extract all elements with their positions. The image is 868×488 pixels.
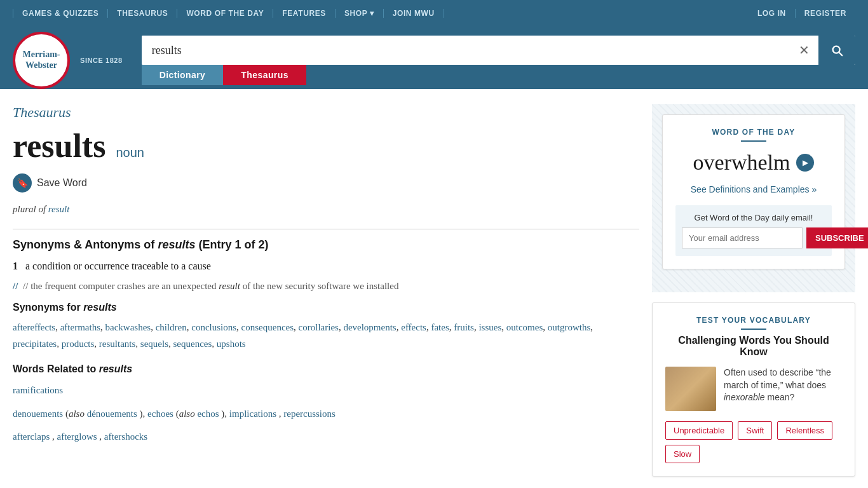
related-echos[interactable]: echos — [197, 409, 219, 419]
word-header: results noun — [13, 127, 639, 165]
top-navigation: GAMES & QUIZZES THESAURUS WORD OF THE DA… — [13, 9, 444, 18]
synonym-fruits[interactable]: fruits — [454, 322, 474, 332]
vocab-options: UnpredictableSwiftRelentlessSlow — [665, 421, 842, 463]
content-area: Thesaurus results noun 🔖 Save Word plura… — [13, 104, 639, 477]
nav-word-of-the-day[interactable]: WORD OF THE DAY — [177, 9, 273, 18]
register-link[interactable]: REGISTER — [796, 9, 855, 18]
wotd-see-link[interactable]: See Definitions and Examples » — [691, 184, 817, 194]
related-list: ramifications denouements (also dénoueme… — [13, 381, 639, 446]
sidebar: WORD OF THE DAY overwhelm ▶ See Definiti… — [652, 104, 855, 477]
related-repercussions[interactable]: repercussions — [283, 409, 336, 419]
definition-text: a condition or occurrence traceable to a… — [25, 261, 211, 271]
synonym-conclusions[interactable]: conclusions — [191, 322, 236, 332]
email-row: SUBSCRIBE — [682, 227, 825, 248]
entry-word-title: results — [13, 128, 105, 164]
synonym-consequences[interactable]: consequences — [241, 322, 294, 332]
search-area: ✕ Dictionary Thesaurus — [142, 36, 855, 85]
nav-join-mwu[interactable]: JOIN MWU — [384, 9, 444, 18]
related-group-2: denouements (also dénouements ), echoes … — [13, 405, 639, 423]
nav-features[interactable]: FEATURES — [273, 9, 336, 18]
definition-number: 1 — [13, 261, 18, 271]
search-icon — [830, 43, 844, 57]
search-clear-button[interactable]: ✕ — [790, 36, 818, 65]
nav-thesaurus[interactable]: THESAURUS — [108, 9, 177, 18]
related-denouements-alt[interactable]: dénouements — [87, 409, 137, 419]
related-afterclaps[interactable]: afterclaps — [13, 431, 50, 442]
definition-block: 1 a condition or occurrence traceable to… — [13, 261, 639, 272]
nav-games-quizzes[interactable]: GAMES & QUIZZES — [13, 9, 108, 18]
subscribe-button[interactable]: SUBSCRIBE — [806, 227, 868, 248]
save-word-label: Save Word — [37, 177, 87, 189]
synonym-upshots[interactable]: upshots — [217, 339, 246, 349]
related-echoes[interactable]: echoes — [147, 409, 173, 419]
synonym-backwashes[interactable]: backwashes — [105, 322, 151, 332]
base-word-link[interactable]: result — [48, 204, 70, 214]
search-submit-button[interactable] — [818, 36, 855, 65]
synonym-outcomes[interactable]: outcomes — [506, 322, 543, 332]
related-denouements[interactable]: denouements — [13, 409, 63, 419]
wotd-card: WORD OF THE DAY overwhelm ▶ See Definiti… — [662, 114, 845, 269]
vocab-label: TEST YOUR VOCABULARY — [665, 316, 842, 330]
email-input[interactable] — [682, 227, 803, 248]
synonym-products[interactable]: products — [62, 339, 95, 349]
synonyms-list: aftereffects, aftermaths, backwashes, ch… — [13, 320, 639, 352]
related-label: Words Related to results — [13, 363, 639, 375]
synonym-children[interactable]: children — [156, 322, 187, 332]
entry-pos: noun — [116, 146, 144, 159]
search-bar: ✕ — [142, 36, 855, 65]
audio-icon: ▶ — [803, 158, 808, 168]
vocab-option-slow[interactable]: Slow — [665, 445, 700, 463]
vocab-body: Often used to describe “the march of tim… — [665, 367, 842, 411]
related-group-1: ramifications — [13, 381, 639, 400]
save-word-button[interactable]: 🔖 Save Word — [13, 173, 639, 193]
synonym-developments[interactable]: developments — [343, 322, 396, 332]
mw-logo[interactable]: Merriam- Webster — [13, 32, 70, 89]
vocab-card: TEST YOUR VOCABULARY Challenging Words Y… — [652, 302, 855, 477]
example-sentence: // // the frequent computer crashes are … — [13, 281, 639, 292]
wotd-audio-button[interactable]: ▶ — [796, 154, 814, 172]
section-label: Thesaurus — [13, 104, 639, 121]
synonym-outgrowths[interactable]: outgrowths — [548, 322, 591, 332]
search-tabs: Dictionary Thesaurus — [142, 65, 855, 85]
nav-shop[interactable]: SHOP ▾ — [336, 9, 384, 18]
related-ramifications[interactable]: ramifications — [13, 385, 63, 395]
vocab-option-swift[interactable]: Swift — [738, 421, 772, 440]
shop-chevron-icon: ▾ — [367, 9, 374, 18]
bookmark-icon: 🔖 — [13, 173, 32, 193]
synonym-precipitates[interactable]: precipitates — [13, 339, 57, 349]
vocab-description: Often used to describe “the march of tim… — [724, 367, 842, 404]
vocab-option-unpredictable[interactable]: Unpredictable — [665, 421, 733, 440]
related-aftershocks[interactable]: aftershocks — [104, 431, 147, 442]
vocab-option-relentless[interactable]: Relentless — [777, 421, 832, 440]
related-afterglows[interactable]: afterglows — [57, 431, 97, 442]
synonym-issues[interactable]: issues — [478, 322, 501, 332]
logo-area: Merriam- Webster SINCE 1828 — [13, 32, 123, 89]
synonym-aftereffects[interactable]: aftereffects — [13, 322, 55, 332]
tab-thesaurus[interactable]: Thesaurus — [223, 65, 306, 85]
related-group-3: afterclaps , afterglows , aftershocks — [13, 428, 639, 446]
synonym-resultants[interactable]: resultants — [99, 339, 136, 349]
logo-text: Merriam- Webster — [22, 50, 60, 71]
entry-heading: Synonyms & Antonyms of results (Entry 1 … — [13, 229, 639, 252]
synonym-sequences[interactable]: sequences — [173, 339, 212, 349]
synonym-aftermaths[interactable]: aftermaths — [60, 322, 100, 332]
related-implications[interactable]: implications — [229, 409, 276, 419]
synonyms-label: Synonyms for results — [13, 302, 639, 313]
tab-dictionary[interactable]: Dictionary — [142, 65, 224, 85]
search-input[interactable] — [142, 36, 790, 65]
synonym-corollaries[interactable]: corollaries — [299, 322, 339, 332]
login-link[interactable]: LOG IN — [749, 9, 796, 18]
vocab-title: Challenging Words You Should Know — [665, 335, 842, 358]
wotd-email-section: Get Word of the Day daily email! SUBSCRI… — [675, 205, 832, 256]
synonym-sequels[interactable]: sequels — [140, 339, 168, 349]
auth-nav: LOG IN REGISTER — [749, 9, 855, 18]
synonym-fates[interactable]: fates — [431, 322, 449, 332]
wotd-email-label: Get Word of the Day daily email! — [682, 213, 825, 222]
vocab-image — [665, 367, 716, 411]
synonym-effects[interactable]: effects — [401, 322, 426, 332]
plural-line: plural of result — [13, 204, 639, 215]
wotd-label: WORD OF THE DAY — [675, 128, 832, 142]
wotd-word: overwhelm ▶ — [675, 151, 832, 175]
logo-since: SINCE 1828 — [80, 57, 123, 64]
